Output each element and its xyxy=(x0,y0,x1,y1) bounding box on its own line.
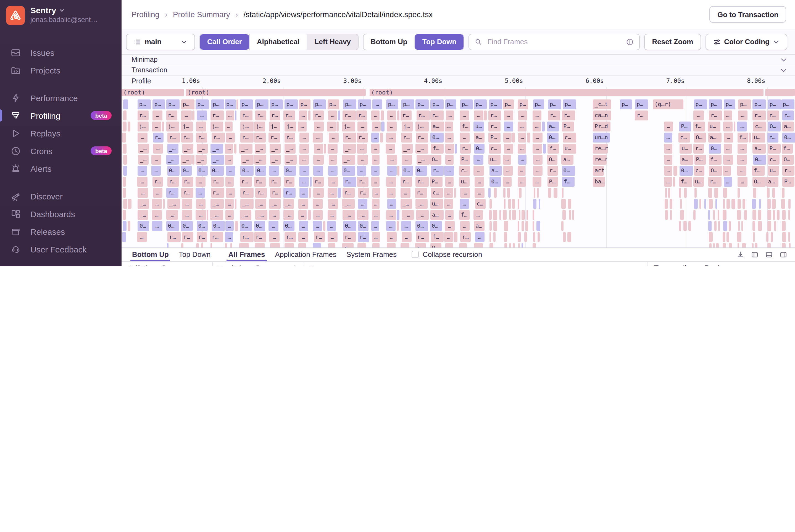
flame-frame[interactable]: p… xyxy=(386,99,399,109)
flame-frame[interactable]: r… xyxy=(240,232,253,242)
flame-frame[interactable]: u… xyxy=(473,121,484,132)
flame-frame[interactable] xyxy=(128,221,130,231)
flame-frame[interactable]: … xyxy=(444,199,453,209)
flame-frame[interactable]: p… xyxy=(299,99,310,109)
flame-frame[interactable]: r… xyxy=(167,133,180,142)
flame-frame[interactable] xyxy=(207,210,209,220)
flame-frame[interactable]: Pr…d xyxy=(593,121,610,132)
flame-frame[interactable]: f… xyxy=(708,155,722,165)
panel-left-icon[interactable] xyxy=(751,251,759,259)
flame-frame[interactable]: … xyxy=(460,199,469,209)
flame-frame[interactable]: f… xyxy=(431,232,443,242)
flame-frame[interactable] xyxy=(524,232,527,242)
flame-frame[interactable]: r… xyxy=(313,111,324,120)
flame-frame[interactable]: f… xyxy=(781,144,793,154)
flame-frame[interactable]: re…r xyxy=(593,144,608,154)
flame-frame[interactable] xyxy=(723,232,725,242)
flame-frame[interactable]: … xyxy=(225,221,234,231)
flame-frame[interactable]: r… xyxy=(166,111,177,120)
flame-frame[interactable]: … xyxy=(372,111,380,120)
flame-frame[interactable] xyxy=(542,121,545,132)
tab-application-frames[interactable]: Application Frames xyxy=(270,248,341,261)
color-coding-button[interactable]: Color Coding xyxy=(705,34,787,50)
flame-frame[interactable] xyxy=(122,188,126,198)
flame-frame[interactable]: u… xyxy=(459,177,470,187)
flame-frame[interactable] xyxy=(562,199,565,209)
flame-frame[interactable]: 0… xyxy=(474,144,485,154)
flame-frame[interactable]: … xyxy=(386,133,396,142)
flame-frame[interactable]: r… xyxy=(211,188,224,198)
go-to-transaction-button[interactable]: Go to Transaction xyxy=(709,6,786,23)
flame-frame[interactable]: … xyxy=(445,121,453,132)
flame-frame[interactable] xyxy=(235,199,237,209)
flame-frame[interactable]: O… xyxy=(768,121,781,132)
flame-frame[interactable] xyxy=(490,221,492,231)
sorting-option-left-heavy[interactable]: Left Heavy xyxy=(307,34,358,50)
flame-frame[interactable]: r… xyxy=(167,177,179,187)
flame-frame[interactable]: r… xyxy=(166,188,178,198)
flame-frame[interactable]: r… xyxy=(357,133,368,142)
breadcrumb-item[interactable]: Profile Summary xyxy=(173,10,230,19)
flame-frame[interactable]: _… xyxy=(138,210,148,220)
flame-frame[interactable]: p… xyxy=(724,99,735,109)
flame-frame[interactable]: p… xyxy=(270,99,283,109)
flame-frame[interactable] xyxy=(235,111,237,120)
flame-frame[interactable]: j… xyxy=(415,121,429,132)
flame-frame[interactable]: … xyxy=(299,188,308,198)
flame-frame[interactable]: … xyxy=(372,232,380,242)
flame-frame[interactable]: … xyxy=(314,188,324,198)
flame-frame[interactable]: … xyxy=(329,133,339,142)
flame-frame[interactable]: p… xyxy=(620,99,632,109)
flame-frame[interactable]: p… xyxy=(533,99,545,109)
flame-frame[interactable]: … xyxy=(387,166,396,176)
flame-frame[interactable]: 0… xyxy=(240,221,252,231)
flame-frame[interactable]: j… xyxy=(181,121,193,132)
flame-frame[interactable]: … xyxy=(152,121,161,132)
flame-frame[interactable]: r… xyxy=(753,111,766,120)
flame-frame[interactable]: c… xyxy=(475,199,486,209)
flame-frame[interactable]: 0… xyxy=(782,133,795,142)
flame-frame[interactable]: p… xyxy=(781,99,794,109)
flame-root-frame[interactable]: (root) xyxy=(186,89,366,96)
flame-frame[interactable] xyxy=(493,210,497,220)
flame-frame[interactable] xyxy=(210,243,212,247)
flame-frame[interactable]: u… xyxy=(752,133,765,142)
flame-frame[interactable]: r… xyxy=(240,111,252,120)
flame-frame[interactable]: f… xyxy=(752,166,765,176)
flame-frame[interactable] xyxy=(704,199,706,209)
flame-frame[interactable]: _… xyxy=(182,144,193,154)
flame-frame[interactable]: … xyxy=(387,243,396,247)
flame-frame[interactable]: … xyxy=(299,111,307,120)
flame-frame[interactable]: _… xyxy=(283,199,294,209)
flame-frame[interactable] xyxy=(753,232,755,242)
flame-frame[interactable]: O… xyxy=(694,133,706,142)
tab-top-down[interactable]: Top Down xyxy=(174,248,216,261)
flame-frame[interactable] xyxy=(665,210,668,220)
flame-frame[interactable] xyxy=(694,199,698,209)
flame-frame[interactable] xyxy=(123,111,127,120)
flame-frame[interactable] xyxy=(708,199,713,209)
collapse-recursion-checkbox[interactable]: Collapse recursion xyxy=(412,250,482,259)
flame-frame[interactable] xyxy=(737,243,739,247)
flame-frame[interactable]: … xyxy=(328,111,337,120)
flame-frame[interactable]: … xyxy=(269,166,279,176)
flame-frame[interactable] xyxy=(782,210,786,220)
flame-frame[interactable]: 0… xyxy=(753,155,766,165)
flame-frame[interactable]: … xyxy=(664,144,673,154)
flame-frame[interactable]: … xyxy=(460,188,470,198)
flame-frame[interactable]: … xyxy=(445,221,454,231)
flame-frame[interactable]: r… xyxy=(182,177,194,187)
flame-frame[interactable]: … xyxy=(313,243,321,247)
flame-frame[interactable]: a… xyxy=(708,133,721,142)
flame-frame[interactable]: r… xyxy=(782,111,794,120)
flame-frame[interactable]: p… xyxy=(167,99,180,109)
flame-frame[interactable]: … xyxy=(328,199,338,209)
flame-frame[interactable]: _… xyxy=(195,155,207,165)
flame-frame[interactable]: 0… xyxy=(197,221,208,231)
flame-frame[interactable]: a… xyxy=(680,155,693,165)
flame-frame[interactable]: … xyxy=(474,111,484,120)
flame-frame[interactable]: … xyxy=(533,121,541,132)
flame-frame[interactable] xyxy=(713,243,715,247)
flame-frame[interactable]: a… xyxy=(766,177,778,187)
flame-frame[interactable] xyxy=(733,121,736,132)
